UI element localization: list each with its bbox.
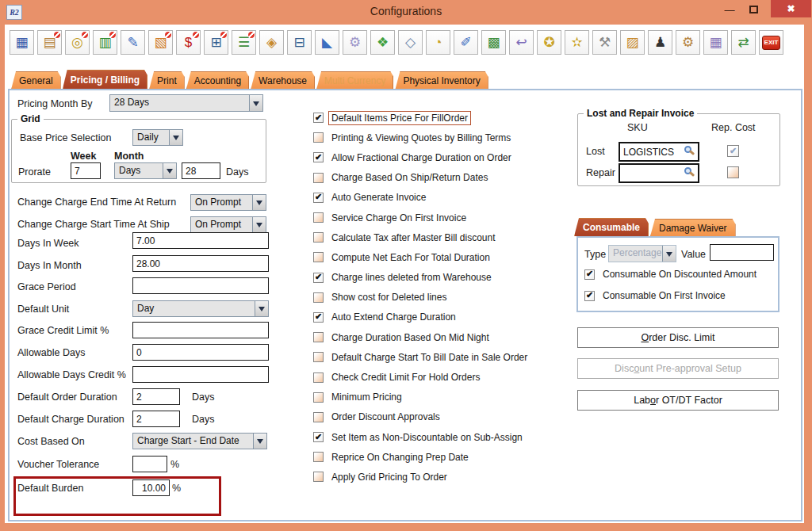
checkbox[interactable] — [313, 152, 324, 162]
toolbar-folder-settings-button[interactable]: ⚙ — [676, 30, 700, 55]
tab-pricing-billing[interactable]: Pricing / Billing — [63, 70, 147, 90]
tab-general[interactable]: General — [11, 71, 61, 90]
tab-physical-inventory[interactable]: Physical Inventory — [395, 71, 488, 90]
toolbar-transfer-document-button[interactable]: ⇄ — [731, 30, 756, 55]
tab-consumable[interactable]: Consumable — [574, 218, 649, 236]
toolbar-rate-grid-button[interactable]: ⊞ — [204, 30, 228, 55]
checkbox[interactable] — [313, 372, 324, 383]
tab-damage-waiver[interactable]: Damage Waiver — [650, 219, 736, 236]
default-unit-combo[interactable]: Day — [132, 300, 269, 317]
days-in-week-input[interactable] — [132, 232, 269, 249]
close-button[interactable]: ✖ — [771, 0, 811, 17]
lost-sku-search-icon[interactable] — [684, 146, 691, 153]
toolbar-order-form-button[interactable]: ▧ — [148, 30, 173, 55]
default-order-duration-input[interactable] — [132, 388, 180, 405]
change-end-combo[interactable]: On Prompt — [190, 194, 266, 211]
prorate-week-input[interactable] — [71, 162, 101, 179]
type-combo[interactable]: Percentage — [608, 245, 676, 262]
chevron-down-icon[interactable] — [255, 301, 268, 316]
toolbar-shipping-order-button[interactable]: ▤ — [37, 30, 62, 55]
chevron-down-icon[interactable] — [252, 195, 266, 210]
toolbar-product-cubes-button[interactable]: ❖ — [370, 30, 395, 55]
pricing-month-by-combo[interactable]: 28 Days — [109, 94, 263, 112]
chevron-down-icon[interactable] — [169, 130, 182, 145]
checkbox[interactable] — [313, 412, 324, 422]
value-input[interactable] — [710, 244, 774, 261]
chevron-down-icon[interactable] — [252, 217, 266, 232]
allowable-days-credit-input[interactable] — [132, 366, 269, 383]
alert-badge-icon — [109, 31, 117, 39]
toolbar-cash-receipts-button[interactable]: ◎ — [65, 30, 90, 55]
days-in-month-input[interactable] — [132, 255, 269, 272]
toolbar-edit-order-button[interactable]: ✎ — [121, 30, 145, 55]
minimize-button[interactable]: — — [720, 2, 739, 17]
toolbar-pending-folder-button[interactable]: ◔ — [426, 30, 450, 55]
toolbar-price-list-button[interactable]: ☰ — [232, 30, 256, 55]
discount-pre-approval-setup-button[interactable]: Discount Pre-approval Setup — [577, 358, 779, 379]
checkbox[interactable] — [313, 472, 324, 482]
toolbar-shield-user-button[interactable]: ✫ — [565, 30, 589, 55]
cost-based-on-combo[interactable]: Charge Start - End Date — [132, 433, 267, 449]
toolbar-calendar-range-button[interactable]: ⊟ — [287, 30, 312, 55]
toolbar-payment-schedule-button[interactable]: $ — [176, 30, 201, 55]
checkbox[interactable] — [313, 292, 324, 303]
chevron-down-icon[interactable] — [253, 434, 266, 449]
maximize-button[interactable] — [744, 2, 763, 17]
toolbar-copy-item-button[interactable]: ▩ — [481, 30, 506, 55]
prorate-month-days-input[interactable] — [182, 162, 220, 179]
checkbox[interactable] — [313, 113, 324, 123]
checkbox[interactable] — [313, 173, 324, 183]
lost-rep-cost-checkbox[interactable] — [727, 145, 739, 157]
checkbox[interactable] — [313, 352, 324, 362]
checkbox[interactable] — [313, 212, 324, 223]
toolbar-exit-button[interactable]: EXIT — [759, 30, 783, 55]
checkbox[interactable] — [313, 392, 324, 403]
toolbar-invoice-button[interactable]: ▥ — [93, 30, 117, 55]
checkbox[interactable] — [313, 193, 324, 203]
chevron-down-icon[interactable] — [249, 95, 262, 111]
grace-credit-limit-input[interactable] — [132, 322, 269, 338]
checkbox[interactable] — [313, 252, 324, 262]
checkbox[interactable] — [313, 232, 324, 243]
grace-period-input[interactable] — [132, 277, 269, 294]
tab-warehouse[interactable]: Warehouse — [251, 71, 315, 90]
grace-credit-limit-label: Grace Credit Limit % — [17, 325, 109, 336]
default-burden-input[interactable] — [132, 479, 170, 496]
allowable-days-input[interactable] — [132, 344, 269, 361]
checkbox[interactable] — [313, 432, 324, 442]
repair-rep-cost-checkbox[interactable] — [727, 166, 739, 178]
toolbar-return-document-button[interactable]: ↩ — [509, 30, 534, 55]
checkbox[interactable] — [313, 273, 324, 283]
order-disc-limit-button[interactable]: Order Disc. Limit — [577, 327, 779, 348]
tab-accounting[interactable]: Accounting — [186, 71, 249, 90]
toolbar-design-ruler-button[interactable]: ◣ — [315, 30, 339, 55]
return-document-icon: ↩ — [515, 36, 527, 49]
chevron-down-icon[interactable] — [163, 163, 176, 178]
checkbox[interactable] — [313, 132, 324, 143]
consumable-discounted-checkbox[interactable] — [584, 269, 595, 280]
toolbar-price-tag-button[interactable]: ◇ — [398, 30, 423, 55]
toolbar-permissions-lock-button[interactable]: ◈ — [259, 30, 284, 55]
default-charge-duration-input[interactable] — [132, 411, 180, 427]
voucher-tolerance-input[interactable] — [132, 456, 167, 472]
consumable-first-invoice-checkbox[interactable] — [584, 291, 595, 301]
toolbar-calculator-settings-button[interactable]: ▦ — [703, 30, 728, 55]
labor-otdt-factor-button[interactable]: Labor OT/DT Factor — [577, 390, 779, 411]
toolbar-secure-folder-button[interactable]: ▨ — [620, 30, 645, 55]
checkbox[interactable] — [313, 312, 324, 323]
checkbox[interactable] — [313, 452, 324, 462]
checkbox[interactable] — [313, 332, 324, 342]
toolbar-user-assets-button[interactable]: ♟ — [648, 30, 672, 55]
tab-multi-currency[interactable]: Multi Currency — [316, 71, 393, 90]
default-order-duration-suffix: Days — [192, 392, 214, 403]
change-start-combo[interactable]: On Prompt — [190, 216, 266, 233]
toolbar-scanner-settings-button[interactable]: ⚒ — [592, 30, 617, 55]
toolbar-shield-search-button[interactable]: ✪ — [537, 30, 561, 55]
tab-print[interactable]: Print — [149, 71, 185, 90]
prorate-month-combo[interactable]: Days — [114, 162, 177, 179]
base-price-selection-combo[interactable]: Daily — [132, 129, 183, 146]
toolbar-system-gears-button[interactable]: ⚙ — [343, 30, 367, 55]
repair-sku-search-icon[interactable] — [684, 167, 691, 174]
toolbar-save-button[interactable]: ▦ — [10, 30, 34, 55]
toolbar-form-edit-button[interactable]: ✐ — [454, 30, 478, 55]
